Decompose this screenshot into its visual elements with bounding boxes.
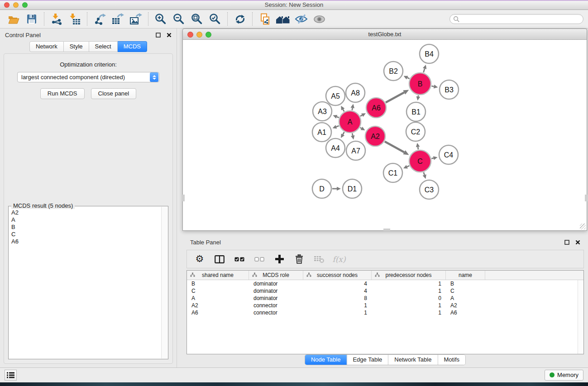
table-cell[interactable]: A2 (187, 302, 249, 309)
graph-edge[interactable] (418, 147, 418, 150)
graph-edge[interactable] (337, 117, 339, 118)
task-history-button[interactable] (5, 370, 17, 381)
search-input[interactable] (460, 16, 580, 22)
birdseye-home-button[interactable] (274, 11, 292, 27)
table-cell[interactable]: B (446, 281, 485, 287)
close-network-icon[interactable] (187, 32, 193, 38)
table-cell[interactable]: 1 (303, 302, 372, 309)
export-table-button[interactable] (109, 11, 127, 27)
tab-select[interactable]: Select (89, 41, 118, 52)
table-cell[interactable]: connector (249, 310, 303, 316)
delete-column-button[interactable] (289, 251, 309, 267)
table-row[interactable]: Adominator80A (187, 295, 583, 302)
table-cell[interactable]: B (187, 281, 249, 287)
table-row[interactable]: A2connector11A2 (187, 302, 583, 309)
duplicate-network-button[interactable] (256, 11, 274, 27)
zoom-out-button[interactable] (170, 11, 188, 27)
network-window-titlebar[interactable]: testGlobe.txt (182, 29, 587, 40)
result-item[interactable]: C (10, 231, 161, 238)
zoom-selected-button[interactable] (206, 11, 224, 27)
add-column-button[interactable] (269, 251, 289, 267)
table-cell[interactable]: dominator (249, 295, 303, 301)
export-image-button[interactable] (127, 11, 145, 27)
graph-edge[interactable] (386, 92, 404, 102)
graph-edge[interactable] (407, 78, 410, 79)
float-panel-icon[interactable] (156, 33, 161, 38)
result-item[interactable]: A2 (10, 209, 161, 216)
tab-style[interactable]: Style (64, 41, 89, 52)
table-settings-button[interactable]: ⚙ (190, 251, 210, 267)
graph-edge[interactable] (352, 108, 353, 110)
tab-node-table[interactable]: Node Table (305, 355, 347, 365)
table-cell[interactable]: A6 (446, 310, 485, 316)
node-table[interactable]: shared nameMCDS rolesuccessor nodesprede… (186, 270, 584, 354)
table-cell[interactable]: 1 (303, 310, 372, 316)
close-panel-icon[interactable] (167, 33, 172, 38)
unselect-all-button[interactable] (249, 251, 269, 267)
maximize-window-icon[interactable] (22, 2, 28, 8)
mcds-result-list[interactable]: A2ABCA6 (10, 209, 161, 358)
table-cell[interactable]: 4 (303, 288, 372, 294)
resize-corner-grip[interactable] (580, 224, 586, 229)
tab-mcds[interactable]: MCDS (118, 41, 147, 52)
graph-edge[interactable] (343, 132, 344, 134)
table-cell[interactable]: connector (249, 302, 303, 309)
bottom-splitter-grip[interactable] (383, 229, 390, 231)
table-cell[interactable]: 1 (372, 302, 446, 309)
open-session-button[interactable] (5, 11, 23, 27)
right-splitter-grip[interactable] (585, 195, 587, 201)
run-mcds-button[interactable]: Run MCDS (40, 88, 85, 99)
table-cell[interactable]: dominator (249, 288, 303, 294)
graph-edge[interactable] (336, 126, 339, 127)
memory-button[interactable]: Memory (545, 370, 583, 381)
table-cell[interactable]: 0 (372, 295, 446, 301)
graph-edge[interactable] (431, 86, 434, 86)
table-cell[interactable]: C (187, 288, 249, 294)
result-item[interactable]: B (10, 224, 161, 231)
graph-edge[interactable] (407, 166, 409, 167)
table-cell[interactable]: C (446, 288, 485, 294)
maximize-network-icon[interactable] (206, 32, 211, 38)
graph-edge[interactable] (360, 115, 362, 116)
save-session-button[interactable] (23, 11, 41, 27)
column-header-successor-nodes[interactable]: successor nodes (303, 271, 372, 280)
show-graphics-details-button[interactable] (310, 11, 328, 27)
hide-graphics-details-button[interactable] (292, 11, 310, 27)
criterion-dropdown[interactable]: largest connected component (directed) (17, 72, 159, 82)
column-header-predecessor-nodes[interactable]: predecessor nodes (372, 271, 446, 280)
table-cell[interactable]: A (446, 295, 485, 301)
table-cell[interactable]: A2 (446, 302, 485, 309)
export-network-button[interactable] (91, 11, 109, 27)
close-panel-button[interactable]: Close panel (91, 88, 137, 99)
delete-table-button[interactable] (309, 251, 329, 267)
graph-edge[interactable] (431, 158, 433, 158)
import-network-button[interactable] (48, 11, 66, 27)
graph-edge[interactable] (343, 110, 344, 112)
tab-motifs[interactable]: Motifs (437, 355, 465, 365)
close-table-panel-icon[interactable] (575, 240, 580, 245)
graph-edge[interactable] (424, 172, 425, 175)
zoom-in-button[interactable] (152, 11, 170, 27)
table-cell[interactable]: 4 (303, 281, 372, 287)
graph-edge[interactable] (352, 133, 353, 135)
table-cell[interactable]: dominator (249, 281, 303, 287)
column-header-name[interactable]: name (446, 271, 485, 280)
result-item[interactable]: A (10, 216, 161, 224)
table-row[interactable]: Cdominator41C (187, 287, 583, 295)
tab-network[interactable]: Network (29, 41, 64, 52)
table-row[interactable]: A6connector11A6 (187, 309, 583, 316)
column-settings-button[interactable] (210, 251, 229, 267)
table-cell[interactable]: 1 (372, 288, 446, 294)
graph-edge[interactable] (385, 142, 404, 152)
graph-edge[interactable] (424, 69, 425, 73)
column-header-MCDS-role[interactable]: MCDS role (249, 271, 303, 280)
column-header-shared-name[interactable]: shared name (187, 271, 249, 280)
function-builder-button[interactable]: f(x) (329, 251, 349, 267)
float-table-panel-icon[interactable] (564, 240, 569, 245)
refresh-network-button[interactable] (231, 11, 249, 27)
left-splitter-grip[interactable] (182, 195, 185, 201)
table-cell[interactable]: 8 (303, 295, 372, 301)
table-row[interactable]: Bdominator41B (187, 280, 583, 287)
tab-network-table[interactable]: Network Table (388, 355, 437, 365)
select-all-button[interactable] (229, 251, 249, 267)
